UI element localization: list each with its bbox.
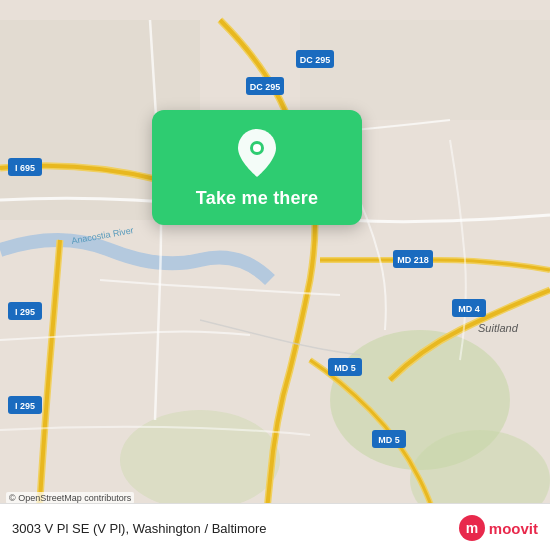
take-me-there-button[interactable]: Take me there — [196, 188, 318, 209]
svg-text:MD 218: MD 218 — [397, 255, 429, 265]
svg-point-27 — [253, 144, 261, 152]
address-label: 3003 V Pl SE (V Pl), Washington / Baltim… — [12, 521, 267, 536]
svg-text:DC 295: DC 295 — [250, 82, 281, 92]
svg-text:MD 5: MD 5 — [334, 363, 356, 373]
svg-text:MD 4: MD 4 — [458, 304, 480, 314]
svg-point-3 — [120, 410, 280, 510]
svg-text:m: m — [466, 520, 478, 536]
location-pin-icon — [232, 128, 282, 178]
svg-text:Suitland: Suitland — [478, 322, 519, 334]
action-card: Take me there — [152, 110, 362, 225]
svg-text:I 695: I 695 — [15, 163, 35, 173]
moovit-logo: m moovit — [458, 514, 538, 542]
svg-text:DC 295: DC 295 — [300, 55, 331, 65]
bottom-bar: 3003 V Pl SE (V Pl), Washington / Baltim… — [0, 503, 550, 550]
svg-text:I 295: I 295 — [15, 307, 35, 317]
moovit-text: moovit — [489, 520, 538, 537]
map-container: Anacostia River DC 295 — [0, 0, 550, 550]
moovit-logo-icon: m — [458, 514, 486, 542]
svg-rect-5 — [300, 20, 550, 120]
roads-overlay: Anacostia River DC 295 — [0, 0, 550, 550]
svg-text:MD 5: MD 5 — [378, 435, 400, 445]
svg-text:I 295: I 295 — [15, 401, 35, 411]
